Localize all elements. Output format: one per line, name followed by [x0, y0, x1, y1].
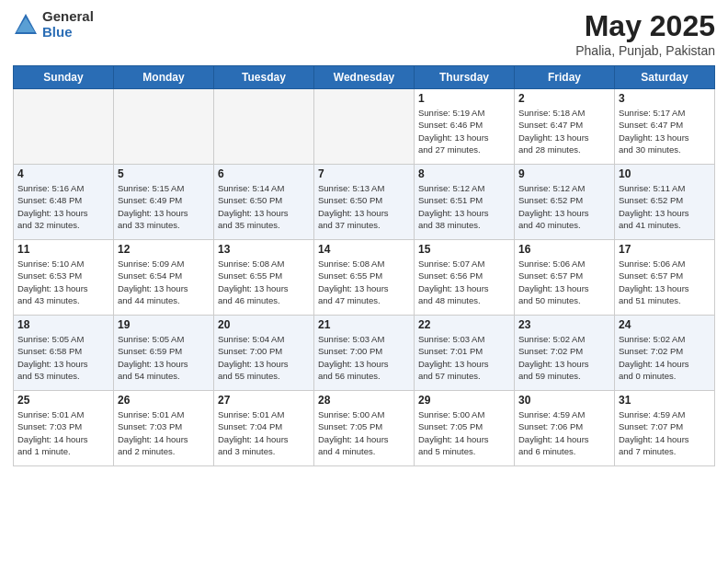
calendar-week-row: 4Sunrise: 5:16 AM Sunset: 6:48 PM Daylig…: [14, 165, 715, 240]
day-number: 5: [118, 167, 210, 180]
calendar-day-4: 4Sunrise: 5:16 AM Sunset: 6:48 PM Daylig…: [14, 165, 114, 240]
calendar-title: May 2025: [575, 9, 715, 43]
day-number: 28: [318, 394, 410, 407]
day-number: 24: [619, 318, 711, 331]
calendar-day-7: 7Sunrise: 5:13 AM Sunset: 6:50 PM Daylig…: [314, 165, 415, 240]
day-info: Sunrise: 5:06 AM Sunset: 6:57 PM Dayligh…: [619, 258, 711, 306]
calendar-day-3: 3Sunrise: 5:17 AM Sunset: 6:47 PM Daylig…: [615, 89, 715, 165]
day-number: 7: [318, 167, 410, 180]
day-info: Sunrise: 5:01 AM Sunset: 7:03 PM Dayligh…: [17, 408, 109, 457]
day-info: Sunrise: 5:06 AM Sunset: 6:57 PM Dayligh…: [518, 258, 610, 306]
calendar-day-21: 21Sunrise: 5:03 AM Sunset: 7:00 PM Dayli…: [314, 316, 415, 391]
calendar-table: SundayMondayTuesdayWednesdayThursdayFrid…: [13, 65, 715, 466]
calendar-day-8: 8Sunrise: 5:12 AM Sunset: 6:51 PM Daylig…: [415, 165, 515, 240]
day-info: Sunrise: 5:14 AM Sunset: 6:50 PM Dayligh…: [218, 182, 310, 231]
calendar-location: Phalia, Punjab, Pakistan: [575, 43, 715, 58]
calendar-day-13: 13Sunrise: 5:08 AM Sunset: 6:55 PM Dayli…: [214, 240, 314, 316]
day-number: 23: [518, 318, 610, 331]
day-info: Sunrise: 5:08 AM Sunset: 6:55 PM Dayligh…: [218, 258, 310, 306]
calendar-header-row: SundayMondayTuesdayWednesdayThursdayFrid…: [14, 66, 715, 89]
day-info: Sunrise: 5:01 AM Sunset: 7:03 PM Dayligh…: [118, 408, 210, 457]
logo-text: General Blue: [42, 9, 94, 40]
calendar-day-17: 17Sunrise: 5:06 AM Sunset: 6:57 PM Dayli…: [615, 240, 715, 316]
day-info: Sunrise: 5:03 AM Sunset: 7:01 PM Dayligh…: [418, 333, 510, 382]
day-number: 16: [518, 243, 610, 256]
day-number: 25: [17, 394, 109, 407]
title-block: May 2025 Phalia, Punjab, Pakistan: [575, 9, 715, 58]
day-number: 2: [518, 92, 610, 105]
day-number: 21: [318, 318, 410, 331]
day-info: Sunrise: 5:13 AM Sunset: 6:50 PM Dayligh…: [318, 182, 410, 231]
calendar-week-row: 18Sunrise: 5:05 AM Sunset: 6:58 PM Dayli…: [14, 316, 715, 391]
calendar-day-14: 14Sunrise: 5:08 AM Sunset: 6:55 PM Dayli…: [314, 240, 415, 316]
calendar-day-30: 30Sunrise: 4:59 AM Sunset: 7:06 PM Dayli…: [515, 391, 615, 466]
calendar-day-29: 29Sunrise: 5:00 AM Sunset: 7:05 PM Dayli…: [415, 391, 515, 466]
day-info: Sunrise: 5:02 AM Sunset: 7:02 PM Dayligh…: [518, 333, 610, 382]
day-of-week-monday: Monday: [114, 66, 214, 89]
day-info: Sunrise: 5:05 AM Sunset: 6:59 PM Dayligh…: [118, 333, 210, 382]
calendar-empty-cell: [114, 89, 214, 165]
calendar-day-23: 23Sunrise: 5:02 AM Sunset: 7:02 PM Dayli…: [515, 316, 615, 391]
day-info: Sunrise: 5:07 AM Sunset: 6:56 PM Dayligh…: [418, 258, 510, 306]
header: General Blue May 2025 Phalia, Punjab, Pa…: [13, 9, 715, 58]
logo: General Blue: [13, 9, 94, 40]
day-number: 12: [118, 243, 210, 256]
calendar-day-1: 1Sunrise: 5:19 AM Sunset: 6:46 PM Daylig…: [415, 89, 515, 165]
day-of-week-wednesday: Wednesday: [314, 66, 415, 89]
day-number: 26: [118, 394, 210, 407]
day-info: Sunrise: 5:08 AM Sunset: 6:55 PM Dayligh…: [318, 258, 410, 306]
day-number: 3: [619, 92, 711, 105]
logo-icon: [13, 12, 39, 38]
day-number: 4: [17, 167, 109, 180]
day-of-week-sunday: Sunday: [14, 66, 114, 89]
calendar-day-11: 11Sunrise: 5:10 AM Sunset: 6:53 PM Dayli…: [14, 240, 114, 316]
day-number: 6: [218, 167, 310, 180]
day-number: 9: [518, 167, 610, 180]
day-number: 14: [318, 243, 410, 256]
day-of-week-tuesday: Tuesday: [214, 66, 314, 89]
day-number: 22: [418, 318, 510, 331]
day-info: Sunrise: 5:19 AM Sunset: 6:46 PM Dayligh…: [418, 107, 510, 155]
calendar-day-24: 24Sunrise: 5:02 AM Sunset: 7:02 PM Dayli…: [615, 316, 715, 391]
calendar-day-2: 2Sunrise: 5:18 AM Sunset: 6:47 PM Daylig…: [515, 89, 615, 165]
day-info: Sunrise: 5:01 AM Sunset: 7:04 PM Dayligh…: [218, 408, 310, 457]
calendar-page: General Blue May 2025 Phalia, Punjab, Pa…: [0, 0, 728, 563]
day-number: 31: [619, 394, 711, 407]
day-info: Sunrise: 4:59 AM Sunset: 7:06 PM Dayligh…: [518, 408, 610, 457]
calendar-day-27: 27Sunrise: 5:01 AM Sunset: 7:04 PM Dayli…: [214, 391, 314, 466]
day-info: Sunrise: 5:04 AM Sunset: 7:00 PM Dayligh…: [218, 333, 310, 382]
calendar-week-row: 25Sunrise: 5:01 AM Sunset: 7:03 PM Dayli…: [14, 391, 715, 466]
calendar-day-26: 26Sunrise: 5:01 AM Sunset: 7:03 PM Dayli…: [114, 391, 214, 466]
day-of-week-friday: Friday: [515, 66, 615, 89]
day-number: 19: [118, 318, 210, 331]
day-number: 27: [218, 394, 310, 407]
day-info: Sunrise: 5:16 AM Sunset: 6:48 PM Dayligh…: [17, 182, 109, 231]
day-info: Sunrise: 5:00 AM Sunset: 7:05 PM Dayligh…: [318, 408, 410, 457]
day-number: 15: [418, 243, 510, 256]
calendar-day-5: 5Sunrise: 5:15 AM Sunset: 6:49 PM Daylig…: [114, 165, 214, 240]
day-number: 8: [418, 167, 510, 180]
calendar-day-12: 12Sunrise: 5:09 AM Sunset: 6:54 PM Dayli…: [114, 240, 214, 316]
day-info: Sunrise: 5:12 AM Sunset: 6:51 PM Dayligh…: [418, 182, 510, 231]
day-info: Sunrise: 5:10 AM Sunset: 6:53 PM Dayligh…: [17, 258, 109, 306]
day-info: Sunrise: 5:15 AM Sunset: 6:49 PM Dayligh…: [118, 182, 210, 231]
calendar-day-20: 20Sunrise: 5:04 AM Sunset: 7:00 PM Dayli…: [214, 316, 314, 391]
calendar-day-19: 19Sunrise: 5:05 AM Sunset: 6:59 PM Dayli…: [114, 316, 214, 391]
logo-blue-text: Blue: [42, 25, 94, 40]
day-number: 18: [17, 318, 109, 331]
calendar-week-row: 11Sunrise: 5:10 AM Sunset: 6:53 PM Dayli…: [14, 240, 715, 316]
day-info: Sunrise: 5:11 AM Sunset: 6:52 PM Dayligh…: [619, 182, 711, 231]
calendar-day-25: 25Sunrise: 5:01 AM Sunset: 7:03 PM Dayli…: [14, 391, 114, 466]
calendar-week-row: 1Sunrise: 5:19 AM Sunset: 6:46 PM Daylig…: [14, 89, 715, 165]
calendar-day-10: 10Sunrise: 5:11 AM Sunset: 6:52 PM Dayli…: [615, 165, 715, 240]
day-number: 29: [418, 394, 510, 407]
day-info: Sunrise: 5:05 AM Sunset: 6:58 PM Dayligh…: [17, 333, 109, 382]
day-number: 30: [518, 394, 610, 407]
calendar-day-28: 28Sunrise: 5:00 AM Sunset: 7:05 PM Dayli…: [314, 391, 415, 466]
calendar-day-31: 31Sunrise: 4:59 AM Sunset: 7:07 PM Dayli…: [615, 391, 715, 466]
calendar-day-22: 22Sunrise: 5:03 AM Sunset: 7:01 PM Dayli…: [415, 316, 515, 391]
day-info: Sunrise: 5:03 AM Sunset: 7:00 PM Dayligh…: [318, 333, 410, 382]
day-number: 13: [218, 243, 310, 256]
day-number: 17: [619, 243, 711, 256]
day-number: 1: [418, 92, 510, 105]
